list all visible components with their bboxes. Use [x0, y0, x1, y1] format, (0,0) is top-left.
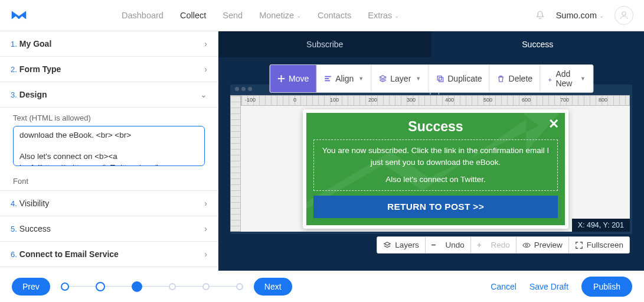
- step-my-goal[interactable]: 1.My Goal ›: [0, 31, 218, 57]
- canvas[interactable]: ✕ Success You are now subscribed. Click …: [241, 106, 630, 232]
- nav-monetize[interactable]: Monetize⌄: [259, 11, 301, 20]
- footer: Prev Next Cancel Save Draft Publish: [0, 271, 644, 302]
- ruler-vertical: [230, 95, 241, 232]
- coordinates-readout: X: 494, Y: 201: [572, 219, 630, 232]
- popup-window: Popup -100 0 100 200 300 400 500 600 700…: [230, 85, 632, 234]
- chevron-right-icon: ›: [204, 224, 207, 233]
- step-form-type[interactable]: 2.Form Type ›: [0, 57, 218, 82]
- redo-button[interactable]: + Redo: [471, 237, 516, 253]
- nav-contacts[interactable]: Contacts: [318, 11, 351, 20]
- success-title: Success: [313, 119, 558, 135]
- chevron-down-icon: ⌄: [200, 90, 207, 99]
- svg-point-6: [525, 244, 528, 246]
- redo-icon: +: [477, 241, 482, 249]
- step-dot-current[interactable]: [132, 281, 142, 292]
- bell-icon[interactable]: [535, 10, 545, 21]
- delete-button[interactable]: Delete: [490, 65, 540, 92]
- nav-extras[interactable]: Extras⌄: [368, 11, 399, 20]
- svg-point-0: [622, 12, 626, 15]
- step-design[interactable]: 3.Design ⌄: [0, 82, 218, 108]
- move-button[interactable]: Move: [270, 65, 316, 92]
- fullscreen-button[interactable]: Fullscreen: [569, 237, 629, 253]
- font-field-label: Font: [13, 177, 205, 186]
- svg-rect-1: [325, 76, 331, 77]
- chevron-right-icon: ›: [204, 39, 207, 48]
- ruler-horizontal: -100 0 100 200 300 400 500 600 700 800: [241, 95, 630, 106]
- svg-rect-3: [325, 80, 330, 82]
- top-nav: Dashboard Collect Send Monetize⌄ Contact…: [0, 0, 644, 31]
- align-icon: [323, 74, 332, 83]
- progress-stepper: [61, 281, 243, 292]
- fullscreen-icon: [575, 241, 583, 249]
- move-icon: [277, 74, 285, 83]
- return-to-post-button[interactable]: RETURN TO POST >>: [313, 196, 558, 218]
- text-field-label: Text (HTML is allowed): [13, 113, 205, 122]
- text-html-input[interactable]: download the eBook. <br> <br> Also let's…: [13, 126, 205, 166]
- window-dots-icon: [235, 87, 252, 91]
- chevron-down-icon: ⌄: [394, 12, 399, 19]
- layers-icon: [383, 241, 391, 249]
- svg-rect-5: [439, 77, 443, 82]
- prev-button[interactable]: Prev: [12, 278, 50, 295]
- canvas-area: Subscribe Success Move Align▼ Layer▼ Dup…: [218, 31, 644, 271]
- cancel-link[interactable]: Cancel: [491, 282, 516, 291]
- avatar-icon[interactable]: [614, 6, 633, 25]
- add-new-button[interactable]: Add New▼: [540, 65, 593, 92]
- chevron-right-icon: ›: [204, 249, 207, 259]
- save-draft-link[interactable]: Save Draft: [529, 282, 568, 291]
- tab-subscribe[interactable]: Subscribe: [218, 31, 431, 57]
- undo-button[interactable]: − Undo: [426, 237, 471, 253]
- undo-icon: −: [431, 241, 436, 249]
- success-popup[interactable]: ✕ Success You are now subscribed. Click …: [303, 109, 568, 229]
- sidebar: 1.My Goal › 2.Form Type › 3.Design ⌄ Tex…: [0, 31, 218, 271]
- nav-send[interactable]: Send: [223, 11, 243, 20]
- svg-rect-2: [325, 78, 329, 79]
- plus-icon: [547, 74, 552, 83]
- step-success[interactable]: 5.Success ›: [0, 216, 218, 242]
- step-visibility[interactable]: 4.Visibility ›: [0, 191, 218, 216]
- align-button[interactable]: Align▼: [316, 65, 371, 92]
- chevron-right-icon: ›: [204, 199, 207, 208]
- publish-button[interactable]: Publish: [581, 277, 632, 297]
- step-connect-email[interactable]: 6.Connect to Email Service ›: [0, 242, 218, 267]
- canvas-toolbar: Move Align▼ Layer▼ Duplicate Delete Add …: [269, 64, 593, 93]
- chevron-down-icon: ⌄: [296, 12, 301, 19]
- duplicate-button[interactable]: Duplicate: [429, 65, 489, 92]
- layer-icon: [378, 74, 387, 83]
- chevron-right-icon: ›: [204, 64, 207, 74]
- step-dot[interactable]: [236, 283, 243, 290]
- step-dot[interactable]: [96, 282, 105, 291]
- step-dot[interactable]: [202, 283, 210, 290]
- preview-button[interactable]: Preview: [516, 237, 569, 253]
- svg-rect-4: [437, 76, 442, 80]
- nav-collect[interactable]: Collect: [180, 11, 206, 20]
- logo-icon: [11, 9, 27, 22]
- layer-button[interactable]: Layer▼: [371, 65, 429, 92]
- nav-dashboard[interactable]: Dashboard: [122, 11, 164, 20]
- account-menu[interactable]: Sumo.com⌄: [556, 11, 604, 20]
- design-panel: Text (HTML is allowed) download the eBoo…: [0, 108, 218, 191]
- step-dot[interactable]: [169, 283, 176, 290]
- step-dot[interactable]: [61, 282, 69, 291]
- duplicate-icon: [436, 74, 444, 83]
- chevron-down-icon: ⌄: [599, 12, 604, 19]
- canvas-bottom-toolbar: Layers − Undo + Redo Preview Fullscreen: [377, 236, 630, 254]
- tab-success[interactable]: Success: [431, 31, 645, 57]
- eye-icon: [522, 241, 531, 249]
- success-body-text[interactable]: You are now subscribed. Click the link i…: [313, 139, 558, 191]
- layers-button[interactable]: Layers: [377, 237, 426, 253]
- trash-icon: [497, 74, 505, 83]
- next-button[interactable]: Next: [254, 278, 292, 295]
